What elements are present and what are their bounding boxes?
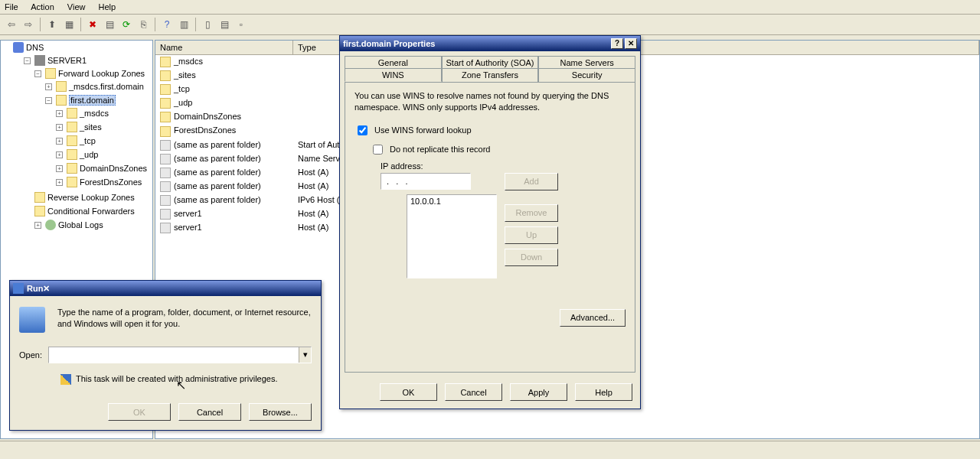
folder-icon bbox=[34, 192, 45, 203]
tree-root: DNS bbox=[26, 43, 44, 52]
tree-zone[interactable]: _msdcs.first.domain bbox=[69, 82, 144, 91]
tab-zone-transfers[interactable]: Zone Transfers bbox=[442, 68, 539, 82]
collapse-icon[interactable]: − bbox=[45, 97, 52, 104]
col-name[interactable]: Name bbox=[155, 41, 293, 54]
tree-cf[interactable]: Conditional Forwarders bbox=[47, 207, 135, 216]
run-dialog: Run ✕ Type the name of a program, folder… bbox=[9, 280, 322, 431]
help-button[interactable]: Help bbox=[575, 383, 632, 401]
tree-server[interactable]: SERVER1 bbox=[47, 56, 87, 65]
folder-icon bbox=[45, 68, 56, 79]
open-label: Open: bbox=[19, 350, 42, 360]
run-icon bbox=[13, 283, 24, 294]
tab-general[interactable]: General bbox=[345, 56, 442, 69]
menu-action[interactable]: Action bbox=[31, 2, 54, 11]
collapse-icon[interactable]: − bbox=[24, 57, 31, 64]
menu-help[interactable]: Help bbox=[99, 2, 116, 11]
collapse-icon[interactable]: − bbox=[34, 70, 41, 77]
admin-note: This task will be created with administr… bbox=[76, 374, 278, 385]
tree-subfolder[interactable]: ForestDnsZones bbox=[80, 177, 142, 187]
menu-file[interactable]: File bbox=[5, 2, 18, 11]
export-icon[interactable]: ⎘ bbox=[136, 18, 150, 31]
wins-server-entry[interactable]: 10.0.0.1 bbox=[410, 197, 493, 206]
ip-address-input[interactable] bbox=[381, 173, 471, 190]
expand-icon[interactable]: + bbox=[56, 110, 63, 117]
tab-security[interactable]: Security bbox=[538, 68, 635, 82]
folder-icon bbox=[67, 163, 77, 174]
tree-gl[interactable]: Global Logs bbox=[58, 220, 103, 230]
cancel-button[interactable]: Cancel bbox=[178, 403, 241, 421]
open-combobox[interactable]: ▾ bbox=[48, 347, 312, 363]
menu-view[interactable]: View bbox=[67, 2, 86, 11]
tab-soa[interactable]: Start of Authority (SOA) bbox=[442, 56, 539, 69]
tree-subfolder[interactable]: _msdcs bbox=[80, 109, 109, 118]
run-app-icon bbox=[19, 307, 45, 333]
folder-icon bbox=[34, 206, 45, 216]
run-hint: Type the name of a program, folder, docu… bbox=[57, 307, 312, 333]
expand-icon[interactable]: + bbox=[56, 165, 63, 172]
tree-rlz[interactable]: Reverse Lookup Zones bbox=[47, 193, 135, 202]
list-icon[interactable]: ▯ bbox=[201, 18, 214, 31]
advanced-button[interactable]: Advanced... bbox=[560, 309, 626, 327]
down-button[interactable]: Down bbox=[505, 249, 558, 266]
add-button[interactable]: Add bbox=[505, 173, 558, 190]
expand-icon[interactable]: + bbox=[45, 83, 52, 90]
tree-subfolder[interactable]: _tcp bbox=[80, 136, 96, 145]
close-button[interactable]: ✕ bbox=[43, 284, 50, 294]
shield-icon bbox=[60, 374, 71, 385]
record-icon bbox=[160, 168, 171, 178]
tab-ns[interactable]: Name Servers bbox=[538, 56, 635, 69]
dialog-titlebar[interactable]: first.domain Properties ? ✕ bbox=[340, 36, 640, 51]
expand-icon[interactable]: + bbox=[34, 222, 41, 229]
forward-icon[interactable]: ⇨ bbox=[21, 18, 35, 31]
filter-icon[interactable]: ▥ bbox=[177, 18, 191, 31]
expand-icon[interactable]: + bbox=[56, 138, 63, 145]
tree-subfolder[interactable]: _sites bbox=[80, 122, 102, 132]
folder-icon bbox=[160, 98, 171, 109]
dropdown-icon[interactable]: ▾ bbox=[299, 347, 311, 363]
no-replicate-checkbox[interactable]: Do not replicate this record bbox=[370, 142, 626, 157]
help-icon[interactable]: ? bbox=[160, 18, 174, 31]
cancel-button[interactable]: Cancel bbox=[445, 383, 502, 401]
record-icon bbox=[160, 195, 171, 206]
show-hide-icon[interactable]: ▦ bbox=[62, 18, 76, 31]
use-wins-input[interactable] bbox=[358, 125, 368, 135]
dialog-title: first.domain Properties bbox=[343, 39, 609, 48]
dns-icon bbox=[13, 42, 24, 53]
large-icon[interactable]: ▫ bbox=[234, 18, 248, 31]
up-icon[interactable]: ⬆ bbox=[45, 18, 59, 31]
tree-zone-selected[interactable]: first.domain bbox=[69, 95, 116, 106]
folder-icon bbox=[67, 108, 77, 119]
tree-subfolder[interactable]: _udp bbox=[80, 150, 98, 159]
folder-icon bbox=[67, 177, 77, 187]
detail-icon[interactable]: ▤ bbox=[217, 18, 231, 31]
refresh-icon[interactable]: ⟳ bbox=[119, 18, 133, 31]
help-button[interactable]: ? bbox=[611, 38, 623, 49]
ok-button[interactable]: OK bbox=[380, 383, 437, 401]
back-icon[interactable]: ⇦ bbox=[5, 18, 18, 31]
expand-icon[interactable]: + bbox=[56, 124, 63, 131]
close-button[interactable]: ✕ bbox=[625, 38, 637, 49]
apply-button[interactable]: Apply bbox=[510, 383, 567, 401]
folder-icon bbox=[160, 126, 171, 137]
browse-button[interactable]: Browse... bbox=[249, 403, 312, 421]
tree-flz[interactable]: Forward Lookup Zones bbox=[58, 69, 145, 78]
folder-icon bbox=[160, 84, 171, 95]
run-titlebar[interactable]: Run ✕ bbox=[10, 281, 321, 296]
record-icon bbox=[160, 223, 171, 233]
use-wins-checkbox[interactable]: Use WINS forward lookup bbox=[354, 123, 626, 138]
ok-button[interactable]: OK bbox=[108, 403, 171, 421]
delete-icon[interactable]: ✖ bbox=[86, 18, 100, 31]
folder-icon bbox=[160, 57, 171, 67]
tree-subfolder[interactable]: DomainDnsZones bbox=[80, 164, 147, 173]
remove-button[interactable]: Remove bbox=[505, 204, 558, 222]
up-button[interactable]: Up bbox=[505, 226, 558, 244]
folder-icon bbox=[56, 81, 67, 92]
expand-icon[interactable]: + bbox=[56, 179, 63, 186]
menubar: File Action View Help bbox=[0, 0, 980, 15]
wins-servers-listbox[interactable]: 10.0.0.1 bbox=[407, 194, 497, 278]
tab-page-wins: You can use WINS to resolve names not fo… bbox=[345, 82, 635, 373]
properties-icon[interactable]: ▤ bbox=[103, 18, 116, 31]
expand-icon[interactable]: + bbox=[56, 151, 63, 158]
no-replicate-input[interactable] bbox=[373, 145, 383, 155]
tab-wins[interactable]: WINS bbox=[345, 68, 442, 82]
